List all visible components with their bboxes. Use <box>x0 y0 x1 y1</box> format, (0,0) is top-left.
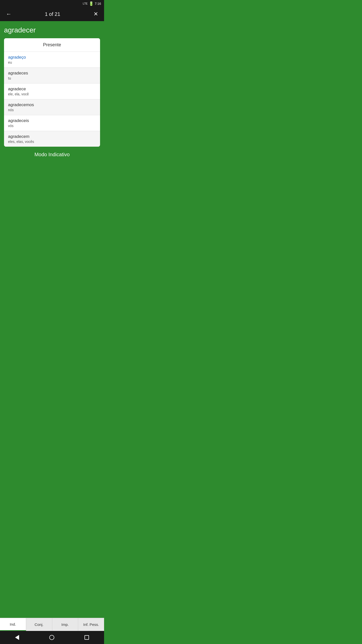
conjugation-form-1: agradeço <box>8 55 96 60</box>
conjugation-row-2[interactable]: agradeces tu <box>4 68 100 84</box>
status-icons: LTE 🔋 7:16 <box>83 1 101 6</box>
conjugation-row-6[interactable]: agradecem eles, elas, vocês <box>4 131 100 147</box>
verb-title: agradecer <box>4 26 100 34</box>
conjugation-form-6: agradecem <box>8 134 96 139</box>
conjugation-pronoun-2: tu <box>8 76 96 80</box>
conjugation-pronoun-5: vós <box>8 124 96 128</box>
back-button[interactable]: ← <box>4 9 14 19</box>
conjugation-row-5[interactable]: agradeceis vós <box>4 115 100 131</box>
conjugation-row-1[interactable]: agradeço eu <box>4 52 100 68</box>
conjugation-row-4[interactable]: agradecemos nós <box>4 99 100 115</box>
conjugation-pronoun-1: eu <box>8 60 96 64</box>
tense-header: Presente <box>4 38 100 52</box>
mode-label: Modo Indicativo <box>4 147 100 163</box>
signal-icon: LTE <box>83 2 87 5</box>
conjugation-card: Presente agradeço eu agradeces tu agrade… <box>4 38 100 147</box>
status-bar: LTE 🔋 7:16 <box>0 0 104 7</box>
main-content: agradecer Presente agradeço eu agradeces… <box>0 21 104 192</box>
conjugation-form-2: agradeces <box>8 71 96 76</box>
clock: 7:16 <box>95 2 101 6</box>
conjugation-form-5: agradeceis <box>8 118 96 123</box>
conjugation-pronoun-6: eles, elas, vocês <box>8 140 96 144</box>
back-arrow-icon: ← <box>6 11 12 17</box>
page-counter: 1 of 21 <box>14 11 92 17</box>
battery-icon: 🔋 <box>89 1 94 6</box>
conjugation-pronoun-4: nós <box>8 108 96 112</box>
header: ← 1 of 21 ✕ <box>0 7 104 21</box>
conjugation-form-4: agradecemos <box>8 102 96 107</box>
conjugation-pronoun-3: ele, ela, você <box>8 92 96 96</box>
close-icon: ✕ <box>94 11 98 17</box>
bottom-area <box>4 163 100 188</box>
conjugation-row-3[interactable]: agradece ele, ela, você <box>4 84 100 99</box>
conjugation-form-3: agradece <box>8 87 96 92</box>
close-button[interactable]: ✕ <box>92 9 100 19</box>
